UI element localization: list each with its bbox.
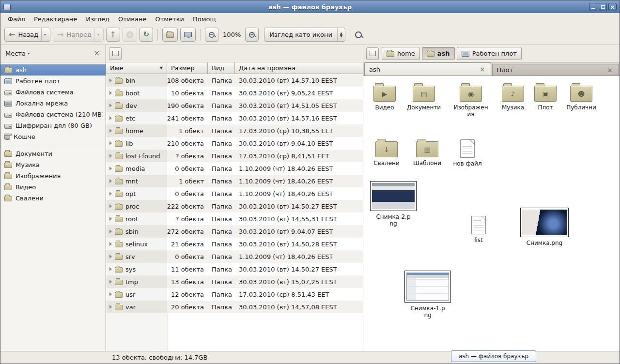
table-row[interactable]: opt 0 обекта Папка 1.10.2009 (чт) 18,40,… [106, 187, 363, 200]
close-button[interactable]: × [608, 3, 617, 11]
file-icon-item[interactable]: ↓ Свалени [365, 138, 408, 167]
expander-icon[interactable] [109, 116, 112, 120]
back-button[interactable]: ← Назад ▾ [4, 28, 50, 42]
table-row[interactable]: proc 222 обекта Папка 30.03.2010 (вт) 14… [106, 200, 363, 212]
column-header-type[interactable]: Вид [208, 62, 235, 74]
table-row[interactable]: etc 241 обекта Папка 30.03.2010 (вт) 14,… [106, 112, 363, 124]
sidebar-item[interactable]: Изображения [0, 170, 106, 182]
search-button[interactable] [352, 28, 365, 42]
column-header-date[interactable]: Дата на промяна [235, 62, 363, 74]
sidebar-item[interactable]: Кошче [0, 131, 106, 142]
table-row[interactable]: sys 11 обекта Папка 30.03.2010 (вт) 14,5… [106, 263, 363, 275]
sidebar-item[interactable]: Шифриран дял (80 GB) [0, 120, 106, 131]
file-icon-item[interactable]: ▶ Видео [363, 82, 406, 111]
tab-close-icon[interactable]: × [606, 67, 614, 74]
tab[interactable]: Плот × [492, 64, 619, 76]
zoom-out-button[interactable]: − [205, 28, 218, 42]
expander-icon[interactable] [109, 91, 112, 95]
file-icon-item[interactable]: нов файл [446, 138, 489, 167]
table-row[interactable]: tmp 13 обекта Папка 30.03.2010 (вт) 15,0… [106, 275, 363, 288]
stop-button[interactable] [123, 28, 137, 42]
home-button[interactable] [162, 28, 178, 42]
sidebar-item[interactable]: Файлова система [0, 87, 106, 98]
pane-location-button[interactable] [109, 47, 122, 60]
sidebar-item[interactable]: Локална мрежа [0, 98, 106, 109]
view-mode-select[interactable]: Изглед като икони ▲▼ [264, 28, 345, 42]
expander-icon[interactable] [109, 305, 112, 309]
sidebar-item[interactable]: Музика [0, 159, 106, 170]
forward-button[interactable]: → Напред ▾ [53, 28, 104, 42]
table-row[interactable]: srv 0 обекта Папка 1.10.2009 (чт) 18,40,… [106, 250, 363, 263]
expander-icon[interactable] [109, 167, 112, 170]
expander-icon[interactable] [109, 129, 112, 133]
table-row[interactable]: var 20 обекта Папка 30.03.2010 (вт) 14,5… [106, 301, 363, 313]
titlebar[interactable]: ash — файлов браузър × [0, 0, 620, 13]
table-row[interactable]: boot 10 обекта Папка 30.03.2010 (вт) 9,0… [106, 87, 363, 99]
expander-icon[interactable] [109, 141, 112, 145]
menu-item[interactable]: Отметки [151, 15, 188, 24]
up-button[interactable]: ↑ [106, 28, 120, 42]
file-icon-item[interactable]: ▥ Шаблони [406, 138, 449, 167]
breadcrumb-button[interactable]: home [382, 47, 420, 60]
menu-item[interactable]: Отиване [114, 15, 151, 24]
minimize-button[interactable] [589, 3, 597, 11]
computer-button[interactable] [180, 28, 196, 42]
table-row[interactable]: media 0 обекта Папка 1.10.2009 (чт) 18,4… [106, 162, 363, 175]
table-row[interactable]: dev 190 обекта Папка 30.03.2010 (вт) 14,… [106, 99, 363, 112]
menu-item[interactable]: Помощ [188, 15, 220, 24]
table-row[interactable]: bin 108 обекта Папка 30.03.2010 (вт) 14,… [106, 74, 363, 87]
maximize-button[interactable] [599, 3, 607, 11]
back-history-chevron-icon[interactable]: ▾ [41, 28, 46, 41]
expander-icon[interactable] [109, 179, 112, 183]
places-title[interactable]: Места [5, 50, 26, 57]
expander-icon[interactable] [109, 154, 112, 158]
sidebar-item[interactable]: Свалени [0, 193, 106, 204]
expander-icon[interactable] [109, 267, 112, 271]
file-icon-item[interactable]: ☻ Публични [560, 82, 603, 111]
table-row[interactable]: mnt 1 обект Папка 1.10.2009 (чт) 18,40,2… [106, 175, 363, 187]
column-header-size[interactable]: Размер [167, 62, 208, 74]
breadcrumb-button[interactable]: ash [422, 47, 455, 60]
forward-history-chevron-icon[interactable]: ▾ [94, 28, 99, 41]
table-row[interactable]: usr 12 обекта Папка 17.03.2010 (ср) 8,51… [106, 288, 363, 301]
expander-icon[interactable] [109, 204, 112, 208]
sidebar-item[interactable]: ash [0, 64, 106, 76]
expander-icon[interactable] [109, 292, 112, 296]
menu-item[interactable]: Редактиране [30, 15, 81, 24]
sidebar-item[interactable]: Работен плот [0, 76, 106, 87]
spinner-arrows-icon[interactable]: ▲▼ [337, 28, 345, 41]
expander-icon[interactable] [109, 192, 112, 196]
expander-icon[interactable] [109, 104, 112, 107]
file-icon-item[interactable]: Снимка.png [523, 208, 566, 246]
menu-item[interactable]: Изглед [81, 15, 114, 24]
table-row[interactable]: lost+found ? обекта Папка 17.03.2010 (ср… [106, 150, 363, 162]
places-chevron-icon[interactable]: ▾ [28, 51, 30, 56]
file-icon-item[interactable]: Снимка-1.png [406, 271, 449, 319]
expander-icon[interactable] [109, 280, 112, 284]
table-row[interactable]: home 1 обект Папка 17.03.2010 (ср) 10,38… [106, 124, 363, 137]
tab[interactable]: ash × [364, 62, 491, 76]
expander-icon[interactable] [109, 242, 112, 246]
path-scroll-button[interactable] [366, 47, 379, 60]
file-icon-item[interactable]: Снимка-2.png [372, 181, 415, 228]
expander-icon[interactable] [109, 78, 112, 82]
expander-icon[interactable] [109, 255, 112, 258]
table-row[interactable]: selinux 21 обекта Папка 30.03.2010 (вт) … [106, 238, 363, 250]
expander-icon[interactable] [109, 217, 112, 221]
breadcrumb-button[interactable]: Работен плот [457, 47, 522, 60]
sidebar-item[interactable]: Видео [0, 182, 106, 193]
table-row[interactable]: root ? обекта Папка 30.03.2010 (вт) 14,5… [106, 212, 363, 225]
sidebar-close-button[interactable]: × [91, 50, 103, 57]
file-icon-item[interactable]: list [457, 214, 500, 243]
taskbar-window-button[interactable]: ash — файлов браузър [451, 350, 536, 362]
expander-icon[interactable] [109, 229, 112, 233]
table-row[interactable]: lib 210 обекта Папка 30.03.2010 (вт) 9,0… [106, 137, 363, 150]
column-header-name[interactable]: Име▼ [106, 62, 167, 74]
table-row[interactable]: sbin 272 обекта Папка 30.03.2010 (вт) 9,… [106, 225, 363, 238]
tab-close-icon[interactable]: × [479, 66, 486, 73]
file-icon-item[interactable]: ▤ Документи [403, 82, 445, 111]
menu-item[interactable]: Файл [3, 15, 30, 24]
sidebar-item[interactable]: Файлова система (210 MB) [0, 109, 106, 120]
reload-button[interactable]: ↻ [140, 28, 154, 42]
file-icon-item[interactable]: ◉ Изображения [450, 82, 492, 118]
